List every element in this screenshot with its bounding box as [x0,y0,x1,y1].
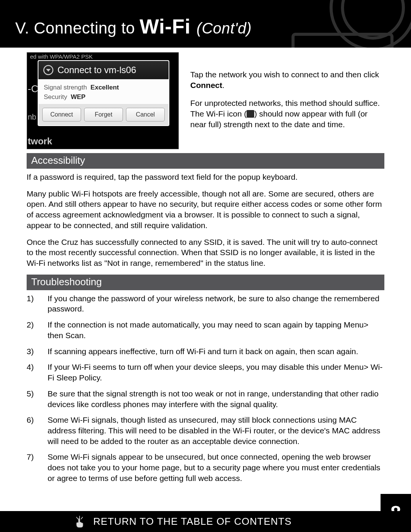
wifi-icon [247,110,254,118]
item-number: 3) [27,346,48,357]
dialog-title: Connect to vm-ls06 [57,65,136,75]
accessibility-body: If a password is required, tap the passw… [27,172,384,268]
instr-1a: Tap the network you wish to connect to a… [190,70,379,79]
item-number: 4) [27,362,48,383]
item-number: 7) [27,452,48,483]
svg-line-14 [76,517,78,519]
bg-text: -C [28,83,38,95]
item-text: Some Wi-Fi signals, though listed as uns… [48,415,384,446]
list-item: 3)If scanning appears ineffective, turn … [27,346,384,357]
item-text: If the connection is not made automatica… [48,320,384,340]
bg-text: nb [28,113,36,121]
title-prefix: V. Connecting to [15,19,140,37]
item-text: If scanning appears ineffective, turn of… [48,346,384,357]
troubleshooting-list: 1)If you change the password of your wir… [27,293,384,484]
item-text: Some Wi-Fi signals appear to be unsecure… [48,452,384,483]
instr-1c: . [222,81,225,89]
screenshot-wifi-dialog: ed with WPA/WPA2 PSK -C nb twork Connect… [27,52,179,149]
item-text: If you change the password of your wirel… [48,293,384,314]
page-header: V. Connecting to Wi-Fi (Cont'd) [0,0,411,48]
title-italic: (Cont'd) [196,20,252,37]
item-text: If your Wi-Fi seems to turn off when you… [48,362,384,383]
svg-line-15 [81,517,83,519]
dialog-body: Signal strength Excellent Security WEP [38,79,169,104]
circuit-decoration [236,0,411,48]
security-value: WEP [71,93,86,101]
instruction-text: Tap the network you wish to connect to a… [190,52,384,137]
item-number: 6) [27,415,48,446]
pointer-hand-icon [74,515,85,528]
list-item: 6)Some Wi-Fi signals, though listed as u… [27,415,384,446]
item-number: 2) [27,320,48,340]
access-p2: Many public Wi-Fi hotspots are freely ac… [27,189,384,231]
down-circle-icon [43,65,54,75]
list-item: 5)Be sure that the signal strength is no… [27,388,384,409]
list-item: 4)If your Wi-Fi seems to turn off when y… [27,362,384,383]
cancel-button[interactable]: Cancel [126,108,165,121]
title-bold: Wi-Fi [140,15,196,38]
return-link[interactable]: RETURN TO THE TABLE OF CONTENTS [93,516,292,527]
signal-label: Signal strength [44,84,87,91]
connect-dialog: Connect to vm-ls06 Signal strength Excel… [38,60,169,126]
bg-text: ed with WPA/WPA2 PSK [30,53,93,60]
item-text: Be sure that the signal strength is not … [48,388,384,409]
security-label: Security [44,93,67,101]
list-item: 2)If the connection is not made automati… [27,320,384,340]
instr-1b: Connect [190,81,222,89]
access-p3: Once the Cruz has successfully connected… [27,237,384,268]
bg-text: twork [28,136,52,147]
troubleshooting-heading: Troubleshooting [27,275,384,290]
forget-button[interactable]: Forget [84,108,123,121]
item-number: 1) [27,293,48,314]
page-title: V. Connecting to Wi-Fi (Cont'd) [15,14,252,38]
list-item: 7)Some Wi-Fi signals appear to be unsecu… [27,452,384,483]
dialog-titlebar: Connect to vm-ls06 [38,61,169,79]
item-number: 5) [27,388,48,409]
signal-value: Excellent [91,84,119,91]
connect-button[interactable]: Connect [42,108,81,121]
footer-bar: RETURN TO THE TABLE OF CONTENTS [0,511,411,532]
svg-point-1 [342,0,403,38]
list-item: 1)If you change the password of your wir… [27,293,384,314]
access-p1: If a password is required, tap the passw… [27,172,384,182]
accessibility-heading: Accessibility [27,153,384,169]
